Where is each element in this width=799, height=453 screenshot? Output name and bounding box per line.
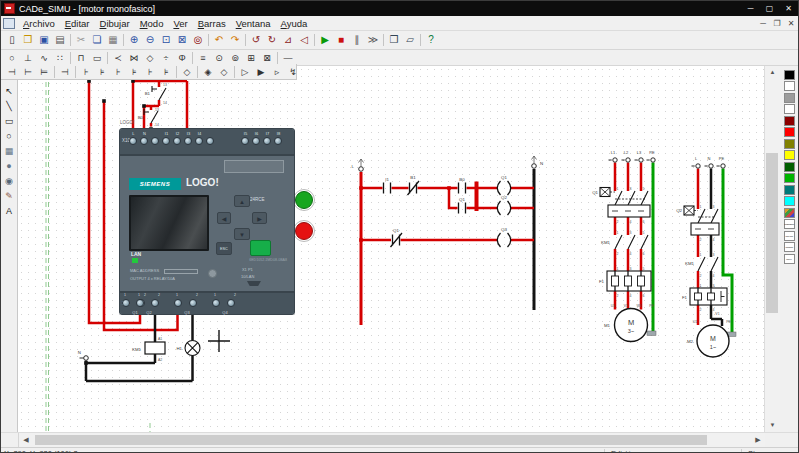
vertical-scrollbar[interactable]: ▲ ▼	[764, 66, 780, 432]
plc-down-key[interactable]: ▼	[234, 228, 250, 240]
rotate-left-button[interactable]: ↺	[248, 33, 264, 47]
contact-no-delayed-tool-button[interactable]: ⊦	[110, 65, 126, 79]
horizontal-scroll-track[interactable]	[33, 433, 751, 447]
window-tile-button[interactable]: ▱	[402, 33, 418, 47]
menu-archivo[interactable]: Archivo	[18, 17, 60, 30]
color-green[interactable]	[784, 173, 795, 183]
scroll-right-arrow[interactable]: ▶	[751, 433, 765, 447]
horizontal-scroll-thumb[interactable]	[35, 435, 707, 445]
input-terminal[interactable]: I8	[273, 130, 284, 154]
linestyle-solid[interactable]: ───	[784, 219, 795, 229]
linestyle-dashed[interactable]: ─ ─	[784, 231, 795, 241]
terminal-tool-button[interactable]: ○	[4, 51, 20, 65]
pilot-button-green[interactable]	[293, 190, 314, 211]
menu-editar[interactable]: Editar	[60, 17, 95, 30]
plc-esc-key[interactable]: ESC	[216, 242, 232, 255]
output-call-tool-button[interactable]: ▶	[253, 65, 269, 79]
simulation-pause-button[interactable]: ∥	[349, 33, 365, 47]
simulation-stop-button[interactable]: ■	[333, 33, 349, 47]
save-file-button[interactable]: ▣	[36, 33, 52, 47]
siemens-logo-plc[interactable]: X10 L N I1	[119, 128, 295, 315]
contact-no-tool-button[interactable]: ⊦	[78, 65, 94, 79]
redraw-button[interactable]: ◎	[190, 33, 206, 47]
undo-button[interactable]: ↶	[211, 33, 227, 47]
power3-contactor[interactable]	[615, 235, 648, 249]
power-contact-tool-button[interactable]: ⊣	[57, 65, 73, 79]
print-button[interactable]: ▤	[52, 33, 68, 47]
multi-conductor-tool-button[interactable]: ∷	[52, 51, 68, 65]
scroll-down-arrow[interactable]: ▼	[765, 419, 780, 432]
simulation-step-button[interactable]: ≫	[365, 33, 381, 47]
input-terminal[interactable]: I1	[161, 130, 172, 154]
output-jump-tool-button[interactable]: ▷	[237, 65, 253, 79]
power1-thermal-relay[interactable]	[690, 288, 727, 305]
color-white-2[interactable]	[784, 104, 795, 114]
function-block-tool-button[interactable]: ◈	[200, 65, 216, 79]
zoom-out-button[interactable]: ⊖	[142, 33, 158, 47]
color-black[interactable]	[784, 70, 795, 80]
maximize-button[interactable]: ▢	[760, 1, 779, 16]
zoom-window-button[interactable]: ⊡	[158, 33, 174, 47]
linestyle-dashdot[interactable]: ─·─	[784, 242, 795, 252]
logic-block-tool-button[interactable]: ◇	[179, 65, 195, 79]
simulation-play-button[interactable]: ▶	[317, 33, 333, 47]
horizontal-scrollbar[interactable]: ◀ ▶	[1, 432, 798, 447]
timer-tool-button[interactable]: ⊙	[211, 51, 227, 65]
scroll-left-arrow[interactable]: ◀	[19, 433, 33, 447]
vertical-scroll-thumb[interactable]	[766, 153, 778, 313]
mirror-horizontal-button[interactable]: ⊿	[280, 33, 296, 47]
input-terminal[interactable]: I4	[194, 130, 205, 154]
power-source-tool-button[interactable]: ∿	[36, 51, 52, 65]
input-terminal[interactable]: I7	[262, 130, 273, 154]
schematic-canvas[interactable]: B1 13 14 B0 13 14 L	[18, 66, 764, 432]
color-olive[interactable]	[784, 139, 795, 149]
zoom-all-button[interactable]: ⊠	[174, 33, 190, 47]
input-terminal[interactable]	[150, 130, 161, 154]
input-terminal[interactable]	[205, 130, 216, 154]
contactor-coil-KM1[interactable]	[145, 342, 165, 354]
rectangle-tool-button[interactable]: ▭	[2, 114, 16, 128]
plc-ok-key[interactable]	[250, 240, 271, 256]
pilot-lamp-H1[interactable]	[185, 341, 200, 356]
brush-tool-button[interactable]: ✎	[2, 189, 16, 203]
close-button[interactable]: ✕	[779, 1, 798, 16]
neutral-terminal[interactable]	[79, 356, 88, 361]
text-tool-button[interactable]: A	[2, 204, 16, 218]
coil-tool-button[interactable]: ⊣	[4, 65, 20, 79]
filled-ellipse-tool-button[interactable]: ●	[2, 159, 16, 173]
relay-output-group[interactable]: 1 2 Q3	[172, 294, 202, 315]
compare-block-tool-button[interactable]: ◇	[216, 65, 232, 79]
mdi-minimize-button[interactable]: ─	[756, 19, 770, 28]
menu-dibujar[interactable]: Dibujar	[95, 17, 135, 30]
menu-ayuda[interactable]: Ayuda	[276, 17, 313, 30]
menu-ventana[interactable]: Ventana	[231, 17, 276, 30]
contact-nc-limit-tool-button[interactable]: ⊧	[158, 65, 174, 79]
plc-block-tool-button[interactable]: ⊠	[259, 51, 275, 65]
color-dark-green[interactable]	[784, 162, 795, 172]
relay-tool-button[interactable]: ≡	[195, 51, 211, 65]
plc-right-key[interactable]: ▶	[252, 212, 267, 224]
linestyle-dashdotdot[interactable]: ─··	[784, 254, 795, 264]
coil-set-tool-button[interactable]: ⊨	[36, 65, 52, 79]
color-cyan[interactable]	[784, 196, 795, 206]
fill-tool-button[interactable]: ◉	[2, 174, 16, 188]
input-terminal[interactable]: I5	[240, 130, 251, 154]
switch-tool-button[interactable]: ≺	[110, 51, 126, 65]
contact-no-limit-tool-button[interactable]: ⊦	[142, 65, 158, 79]
ladder-contacts[interactable]	[383, 181, 465, 247]
interrupt-tool-button[interactable]: ↯	[285, 65, 301, 79]
open-file-button[interactable]: ❒	[20, 33, 36, 47]
ellipse-tool-button[interactable]: ○	[2, 129, 16, 143]
input-terminal[interactable]: L	[128, 130, 139, 154]
power3-breaker[interactable]	[600, 188, 650, 218]
input-terminal[interactable]: I2	[172, 130, 183, 154]
plc-left-key[interactable]: ◀	[217, 212, 231, 224]
color-teal[interactable]	[784, 185, 795, 195]
color-pattern[interactable]	[784, 208, 795, 218]
counter-tool-button[interactable]: ⊚	[227, 51, 243, 65]
coil-negated-tool-button[interactable]: ⊢	[20, 65, 36, 79]
ground-tool-button[interactable]: ⊥	[20, 51, 36, 65]
pushbutton-tool-button[interactable]: ÷	[158, 51, 174, 65]
scroll-up-arrow[interactable]: ▲	[765, 66, 780, 79]
color-red[interactable]	[784, 127, 795, 137]
